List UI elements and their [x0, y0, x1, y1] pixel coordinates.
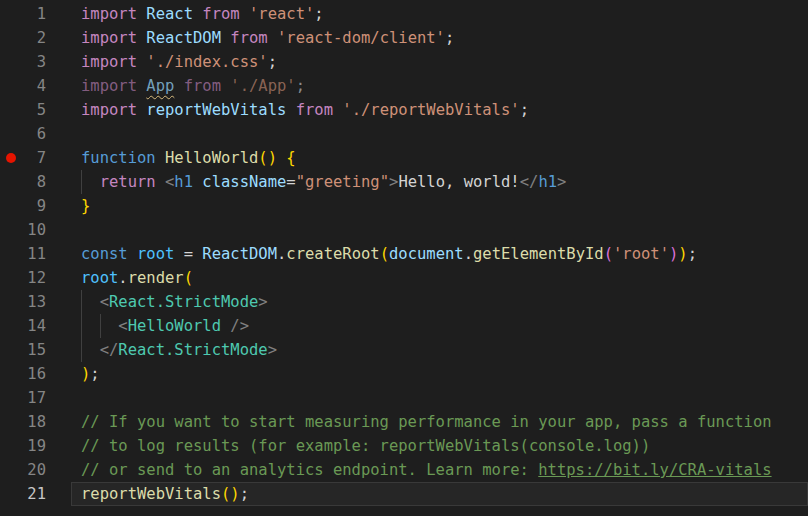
- code-line: 21reportWebVitals();: [0, 482, 808, 506]
- code-line-content[interactable]: root.render(: [46, 266, 808, 290]
- line-number[interactable]: 9: [26, 194, 46, 218]
- line-number[interactable]: 21: [26, 482, 46, 506]
- line-number[interactable]: 1: [26, 2, 46, 26]
- breakpoint-gutter[interactable]: [0, 2, 26, 26]
- line-number[interactable]: 12: [26, 266, 46, 290]
- code-token: ;: [688, 245, 697, 263]
- code-token: <: [165, 173, 174, 191]
- code-line: 6: [0, 122, 808, 146]
- line-number[interactable]: 16: [26, 362, 46, 386]
- breakpoint-gutter[interactable]: [0, 482, 26, 506]
- code-line-content[interactable]: // or send to an analytics endpoint. Lea…: [46, 458, 808, 482]
- code-token: from: [286, 101, 342, 119]
- breakpoint-gutter[interactable]: [0, 194, 26, 218]
- code-token: ): [678, 245, 687, 263]
- code-token: className: [202, 173, 286, 191]
- code-token: <: [100, 293, 109, 311]
- code-line-content[interactable]: // to log results (for example: reportWe…: [46, 434, 808, 458]
- code-token: ;: [314, 5, 323, 23]
- breakpoint-gutter[interactable]: [0, 98, 26, 122]
- code-line-content[interactable]: reportWebVitals();: [46, 482, 808, 506]
- code-line-content[interactable]: }: [46, 194, 808, 218]
- line-number[interactable]: 11: [26, 242, 46, 266]
- code-line-content[interactable]: import reportWebVitals from './reportWeb…: [46, 98, 808, 122]
- code-token: h1: [174, 173, 193, 191]
- code-line: 16);: [0, 362, 808, 386]
- code-token: ;: [296, 77, 305, 95]
- code-line-content[interactable]: </React.StrictMode>: [46, 338, 808, 362]
- code-token: ReactDOM: [202, 245, 277, 263]
- breakpoint-gutter[interactable]: [0, 74, 26, 98]
- breakpoint-gutter[interactable]: [0, 122, 26, 146]
- line-number[interactable]: 4: [26, 74, 46, 98]
- code-token: ;: [520, 101, 529, 119]
- line-number[interactable]: 3: [26, 50, 46, 74]
- code-token: // to log results (for example: reportWe…: [81, 437, 650, 455]
- breakpoint-icon[interactable]: [6, 153, 16, 163]
- breakpoint-gutter[interactable]: [0, 290, 26, 314]
- code-line-content[interactable]: [46, 122, 808, 146]
- breakpoint-gutter[interactable]: [0, 218, 26, 242]
- breakpoint-gutter[interactable]: [0, 266, 26, 290]
- code-token: React.StrictMode: [118, 341, 267, 359]
- code-token: React: [146, 5, 193, 23]
- breakpoint-gutter[interactable]: [0, 170, 26, 194]
- code-token: Hello, world!: [398, 173, 519, 191]
- breakpoint-gutter[interactable]: [0, 458, 26, 482]
- code-line: 15 </React.StrictMode>: [0, 338, 808, 362]
- code-token: .: [277, 245, 286, 263]
- code-token: </: [100, 341, 119, 359]
- line-number[interactable]: 13: [26, 290, 46, 314]
- line-number[interactable]: 5: [26, 98, 46, 122]
- code-token: (): [221, 485, 240, 503]
- line-number[interactable]: 8: [26, 170, 46, 194]
- line-number[interactable]: 7: [26, 146, 46, 170]
- line-number[interactable]: 15: [26, 338, 46, 362]
- code-line-content[interactable]: import './index.css';: [46, 50, 808, 74]
- code-line-content[interactable]: <HelloWorld />: [46, 314, 808, 338]
- code-line-content[interactable]: const root = ReactDOM.createRoot(documen…: [46, 242, 808, 266]
- breakpoint-gutter[interactable]: [0, 26, 26, 50]
- code-token: (): [258, 149, 277, 167]
- code-line-content[interactable]: // If you want to start measuring perfor…: [46, 410, 808, 434]
- code-token: from: [174, 77, 230, 95]
- line-number[interactable]: 6: [26, 122, 46, 146]
- breakpoint-gutter[interactable]: [0, 338, 26, 362]
- line-number[interactable]: 17: [26, 386, 46, 410]
- code-token: "greeting": [296, 173, 389, 191]
- code-token: from: [193, 5, 249, 23]
- line-number[interactable]: 10: [26, 218, 46, 242]
- code-line-content[interactable]: [46, 218, 808, 242]
- code-line-content[interactable]: import React from 'react';: [46, 2, 808, 26]
- code-line-content[interactable]: import ReactDOM from 'react-dom/client';: [46, 26, 808, 50]
- breakpoint-gutter[interactable]: [0, 410, 26, 434]
- breakpoint-gutter[interactable]: [0, 242, 26, 266]
- breakpoint-gutter[interactable]: [0, 314, 26, 338]
- code-line-content[interactable]: );: [46, 362, 808, 386]
- code-token: import: [81, 29, 146, 47]
- code-line-content[interactable]: function HelloWorld() {: [46, 146, 808, 170]
- code-line-content[interactable]: [46, 386, 808, 410]
- breakpoint-gutter[interactable]: [0, 434, 26, 458]
- breakpoint-gutter[interactable]: [0, 50, 26, 74]
- line-number[interactable]: 18: [26, 410, 46, 434]
- code-token: root: [137, 245, 174, 263]
- code-line: 19// to log results (for example: report…: [0, 434, 808, 458]
- line-number[interactable]: 2: [26, 26, 46, 50]
- code-token: [81, 341, 100, 359]
- line-number[interactable]: 14: [26, 314, 46, 338]
- breakpoint-gutter[interactable]: [0, 146, 26, 170]
- code-token: [81, 293, 100, 311]
- breakpoint-gutter[interactable]: [0, 386, 26, 410]
- line-number[interactable]: 20: [26, 458, 46, 482]
- code-editor[interactable]: 1import React from 'react';2import React…: [0, 0, 808, 516]
- line-number[interactable]: 19: [26, 434, 46, 458]
- code-line-content[interactable]: <React.StrictMode>: [46, 290, 808, 314]
- breakpoint-gutter[interactable]: [0, 362, 26, 386]
- code-line-content[interactable]: import App from './App';: [46, 74, 808, 98]
- code-token: </: [520, 173, 539, 191]
- code-token: >: [557, 173, 566, 191]
- code-token[interactable]: https://bit.ly/CRA-vitals: [538, 461, 771, 479]
- code-line-content[interactable]: return <h1 className="greeting">Hello, w…: [46, 170, 808, 194]
- code-token: (: [604, 245, 613, 263]
